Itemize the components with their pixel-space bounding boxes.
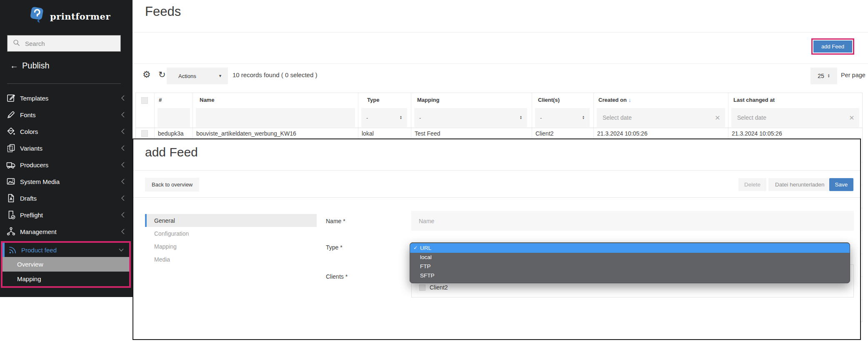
system-media-icon (6, 176, 16, 186)
filter-created-date[interactable]: × (597, 108, 725, 127)
type-option-url[interactable]: ✓ URL (410, 243, 850, 253)
row-checkbox[interactable] (141, 130, 148, 137)
modal-nav: General Configuration Mapping Media (145, 214, 317, 266)
refresh-icon[interactable]: ↻ (158, 70, 166, 79)
row-cell-type: lokal (362, 130, 374, 137)
templates-icon (6, 93, 16, 103)
preflight-icon (6, 210, 16, 220)
management-icon (6, 227, 16, 237)
sidebar-item-colors[interactable]: Colors (0, 123, 133, 140)
add-feed-highlight-box: add Feed (811, 38, 854, 55)
filter-name[interactable] (196, 108, 355, 127)
sidebar-item-product-feed[interactable]: Product feed (3, 243, 129, 257)
clear-icon[interactable]: × (715, 114, 720, 121)
select-all-checkbox[interactable] (141, 97, 148, 104)
modal-nav-media[interactable]: Media (145, 253, 317, 266)
name-input[interactable] (418, 217, 847, 225)
per-page-select[interactable]: 25 ▲▼ (810, 68, 837, 84)
sidebar-item-preflight[interactable]: Preflight (0, 206, 133, 223)
sidebar-item-variants[interactable]: Variants (0, 140, 133, 156)
sidebar-item-mapping[interactable]: Mapping (3, 272, 129, 286)
sidebar-item-templates[interactable]: Templates (0, 90, 133, 106)
clients-field-label: Clients * (326, 273, 348, 280)
actions-label: Actions (178, 73, 196, 79)
gear-icon[interactable]: ⚙ (143, 70, 151, 79)
filter-mapping[interactable]: - ▲▼ (414, 108, 527, 127)
sidebar-item-label: Fonts (20, 111, 36, 118)
modal-divider (133, 197, 860, 198)
caret-down-icon: ▼ (218, 74, 222, 78)
name-field[interactable] (411, 211, 854, 231)
column-header-id[interactable]: # (159, 97, 162, 103)
delete-button[interactable]: Delete (738, 178, 766, 191)
filter-name-input[interactable] (201, 114, 350, 121)
header-bottom-border (136, 128, 862, 128)
clear-icon[interactable]: × (849, 114, 854, 121)
chevron-left-icon (121, 95, 125, 101)
add-feed-button[interactable]: add Feed (813, 40, 852, 53)
column-header-created[interactable]: Created on↓ (598, 97, 631, 103)
search-input[interactable] (24, 40, 115, 48)
sidebar-item-management[interactable]: Management (0, 223, 133, 240)
sidebar-item-label: Preflight (20, 212, 43, 219)
column-header-type[interactable]: Type (367, 97, 379, 103)
sidebar-item-system-media[interactable]: System Media (0, 173, 133, 190)
modal-nav-mapping[interactable]: Mapping (145, 240, 317, 253)
column-header-changed[interactable]: Last changed at (733, 97, 775, 103)
per-page-value: 25 (818, 73, 824, 79)
row-cell-changed: 21.3.2024 10:05:26 (732, 130, 782, 137)
download-file-button[interactable]: Datei herunterladen (768, 178, 831, 191)
stepper-icon: ▲▼ (400, 116, 402, 120)
modal-divider (133, 170, 860, 171)
header-divider (133, 32, 868, 33)
publish-section[interactable]: ← Publish (10, 61, 50, 71)
filter-clients[interactable]: - ▲▼ (535, 108, 590, 127)
sidebar-divider (7, 83, 121, 84)
sidebar-item-label: Colors (20, 128, 38, 135)
sidebar-item-overview[interactable]: Overview (3, 257, 129, 272)
changed-date-input[interactable] (736, 114, 849, 121)
chevron-left-icon (121, 145, 125, 151)
sidebar-item-fonts[interactable]: Fonts (0, 106, 133, 123)
type-option-sftp[interactable]: SFTP (410, 271, 850, 280)
modal-nav-general[interactable]: General (145, 214, 317, 227)
back-to-overview-button[interactable]: Back to overview (145, 178, 199, 191)
search-box[interactable] (7, 35, 121, 52)
column-header-name[interactable]: Name (200, 97, 214, 103)
column-header-clients[interactable]: Client(s) (538, 97, 560, 103)
name-field-label: Name * (326, 218, 345, 224)
sidebar-item-label: Producers (20, 161, 48, 169)
filter-changed-date[interactable]: × (731, 108, 859, 127)
filter-type[interactable]: - ▲▼ (361, 108, 407, 127)
chevron-left-icon (121, 111, 125, 118)
variants-icon (6, 143, 16, 153)
sidebar-subitem-label: Overview (17, 261, 43, 268)
chevron-left-icon (121, 178, 125, 185)
filter-id-input[interactable] (163, 114, 185, 121)
row-cell-mapping: Test Feed (415, 130, 440, 137)
sidebar-item-label: Product feed (21, 247, 57, 254)
drafts-icon (6, 193, 16, 203)
client-option-row[interactable]: Client2 (419, 284, 448, 291)
search-icon (13, 39, 20, 48)
publish-label: Publish (22, 61, 50, 71)
type-option-local[interactable]: local (410, 253, 850, 262)
modal-nav-configuration[interactable]: Configuration (145, 227, 317, 240)
row-cell-id: bedupk3a (158, 130, 184, 137)
sidebar-menu: Templates Fonts Colors Variants (0, 90, 133, 240)
app-screen: printformer ← Publish Templates Fo (0, 0, 868, 345)
actions-dropdown[interactable]: Actions ▼ (167, 68, 228, 84)
save-button[interactable]: Save (829, 178, 853, 191)
logo-text: printformer (50, 11, 110, 22)
filter-id[interactable] (158, 108, 190, 127)
sort-desc-icon[interactable]: ↓ (628, 97, 631, 103)
type-option-ftp[interactable]: FTP (410, 262, 850, 271)
created-date-input[interactable] (602, 114, 715, 121)
column-header-mapping[interactable]: Mapping (417, 97, 439, 103)
chevron-left-icon (121, 161, 125, 168)
sidebar-item-producers[interactable]: Producers (0, 156, 133, 173)
product-feed-highlight-box: Product feed Overview Mapping (1, 241, 131, 288)
sidebar-item-drafts[interactable]: Drafts (0, 190, 133, 206)
sidebar-item-label: Management (20, 228, 57, 235)
client2-checkbox[interactable] (419, 285, 425, 291)
